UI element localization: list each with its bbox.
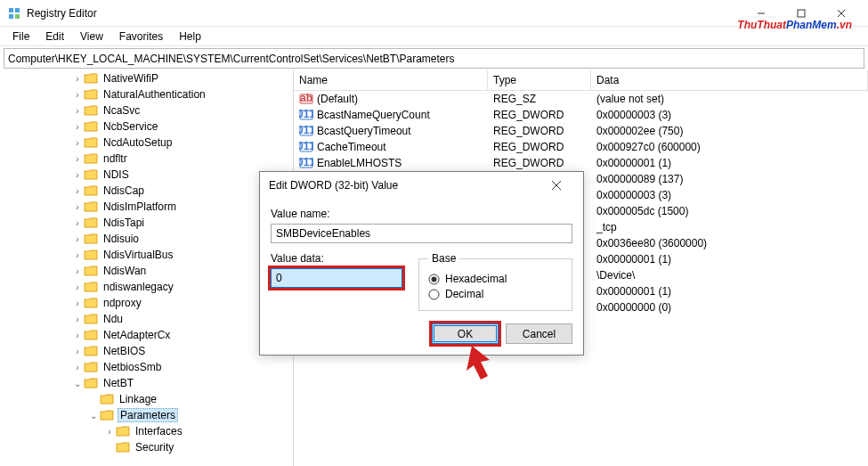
expand-icon[interactable]: › bbox=[71, 106, 84, 116]
folder-icon bbox=[84, 184, 98, 197]
expand-icon[interactable]: › bbox=[71, 282, 84, 292]
tree-item[interactable]: Linkage bbox=[0, 391, 293, 407]
tree-item[interactable]: ›ndfltr bbox=[0, 151, 293, 167]
folder-icon bbox=[84, 152, 98, 165]
tree-item[interactable]: ›NdisImPlatform bbox=[0, 199, 293, 215]
expand-icon[interactable]: › bbox=[103, 427, 116, 437]
tree-item[interactable]: ›NetBIOS bbox=[0, 343, 293, 359]
expand-icon[interactable]: › bbox=[71, 74, 84, 84]
folder-icon bbox=[84, 136, 98, 149]
folder-icon bbox=[100, 393, 114, 405]
cancel-button[interactable]: Cancel bbox=[506, 323, 572, 344]
expand-icon[interactable]: › bbox=[71, 218, 84, 228]
expand-icon[interactable]: › bbox=[71, 331, 84, 340]
expand-icon[interactable]: › bbox=[71, 170, 84, 180]
tree-item[interactable]: ›NcbService bbox=[0, 119, 293, 135]
cell-data: 0x00000003 (3) bbox=[591, 189, 868, 201]
tree-item-label: NcbService bbox=[101, 120, 159, 133]
radio-hexadecimal[interactable]: Hexadecimal bbox=[428, 273, 563, 285]
list-row[interactable]: 011EnableLMHOSTSREG_DWORD0x00000001 (1) bbox=[294, 155, 868, 171]
svg-point-22 bbox=[429, 290, 439, 299]
cell-data: 0x00000001 (1) bbox=[591, 253, 868, 266]
cell-data: 0x000927c0 (600000) bbox=[591, 141, 868, 153]
dialog-close-button[interactable] bbox=[539, 173, 574, 198]
address-bar[interactable]: Computer\HKEY_LOCAL_MACHINE\SYSTEM\Curre… bbox=[4, 48, 864, 69]
tree-item[interactable]: ›ndproxy bbox=[0, 295, 293, 311]
expand-icon[interactable]: ⌄ bbox=[71, 379, 84, 388]
expand-icon[interactable]: › bbox=[71, 298, 84, 308]
expand-icon[interactable]: › bbox=[71, 90, 84, 100]
folder-icon bbox=[84, 249, 98, 261]
folder-icon bbox=[116, 425, 130, 437]
cell-data: 0x00000001 (1) bbox=[591, 157, 868, 169]
col-header-name[interactable]: Name bbox=[294, 70, 488, 90]
tree-item-label: NativeWifiP bbox=[101, 72, 160, 85]
tree-item[interactable]: ›NDIS bbox=[0, 167, 293, 183]
tree-item[interactable]: ›NetbiosSmb bbox=[0, 359, 293, 375]
expand-icon[interactable]: ⌄ bbox=[87, 411, 100, 421]
cell-name: 011BcastQueryTimeout bbox=[294, 125, 488, 137]
tree-item-label: ndiswanlegacy bbox=[101, 281, 175, 293]
col-header-data[interactable]: Data bbox=[591, 70, 868, 90]
tree-item[interactable]: ›NcdAutoSetup bbox=[0, 135, 293, 151]
list-row[interactable]: 011CacheTimeoutREG_DWORD0x000927c0 (6000… bbox=[294, 139, 868, 155]
value-name-label: Value name: bbox=[271, 208, 572, 220]
tree-item[interactable]: ›NdisWan bbox=[0, 263, 293, 279]
tree-item[interactable]: ›Ndu bbox=[0, 311, 293, 327]
ok-button[interactable]: OK bbox=[432, 323, 499, 344]
menu-help[interactable]: Help bbox=[172, 29, 208, 45]
svg-rect-3 bbox=[15, 14, 20, 19]
cell-data: 0x00000001 (1) bbox=[591, 285, 868, 298]
svg-rect-0 bbox=[9, 8, 13, 12]
tree-item[interactable]: ›NativeWifiP bbox=[0, 70, 293, 86]
list-row[interactable]: 011BcastQueryTimeoutREG_DWORD0x000002ee … bbox=[294, 123, 868, 139]
tree-item-label: NaturalAuthentication bbox=[101, 88, 207, 101]
tree-item[interactable]: ⌄Parameters bbox=[0, 407, 293, 423]
expand-icon[interactable]: › bbox=[71, 186, 84, 196]
expand-icon[interactable]: › bbox=[71, 154, 84, 164]
value-name-input[interactable] bbox=[271, 224, 572, 243]
expand-icon[interactable]: › bbox=[71, 138, 84, 148]
tree-item-label: Parameters bbox=[118, 408, 178, 422]
cell-name: 011CacheTimeout bbox=[294, 141, 488, 153]
tree-item-label: NetBT bbox=[101, 377, 135, 389]
expand-icon[interactable]: › bbox=[71, 122, 84, 132]
folder-icon bbox=[100, 409, 114, 421]
expand-icon[interactable]: › bbox=[71, 363, 84, 372]
tree-item[interactable]: ›NetAdapterCx bbox=[0, 327, 293, 343]
expand-icon[interactable]: › bbox=[71, 202, 84, 212]
tree-item[interactable]: ›NcaSvc bbox=[0, 102, 293, 119]
menu-favorites[interactable]: Favorites bbox=[112, 29, 170, 45]
menu-edit[interactable]: Edit bbox=[38, 29, 71, 45]
col-header-type[interactable]: Type bbox=[488, 70, 591, 90]
tree-item[interactable]: ›Ndisuio bbox=[0, 231, 293, 247]
expand-icon[interactable]: › bbox=[71, 250, 84, 260]
list-header: Name Type Data bbox=[294, 70, 868, 91]
tree-item[interactable]: ›Interfaces bbox=[0, 423, 293, 439]
folder-icon bbox=[84, 200, 98, 213]
menu-file[interactable]: File bbox=[5, 29, 37, 45]
list-row[interactable]: 011BcastNameQueryCountREG_DWORD0x0000000… bbox=[294, 107, 868, 123]
tree-item-label: Interfaces bbox=[134, 425, 184, 437]
tree-item-label: NcaSvc bbox=[101, 104, 142, 117]
expand-icon[interactable]: › bbox=[71, 234, 84, 244]
expand-icon[interactable]: › bbox=[71, 315, 84, 324]
base-legend: Base bbox=[428, 252, 459, 265]
tree-panel[interactable]: ›NativeWifiP›NaturalAuthentication›NcaSv… bbox=[0, 70, 294, 466]
tree-item[interactable]: ›NdisVirtualBus bbox=[0, 247, 293, 263]
menu-view[interactable]: View bbox=[73, 29, 110, 45]
svg-text:ab: ab bbox=[300, 93, 312, 104]
tree-item[interactable]: ›NaturalAuthentication bbox=[0, 86, 293, 102]
expand-icon[interactable]: › bbox=[71, 266, 84, 276]
folder-icon bbox=[84, 297, 98, 309]
tree-item[interactable]: Security bbox=[0, 439, 293, 455]
tree-item[interactable]: ⌄NetBT bbox=[0, 375, 293, 391]
tree-item[interactable]: ›NdisTapi bbox=[0, 215, 293, 231]
expand-icon[interactable]: › bbox=[71, 347, 84, 356]
tree-item[interactable]: ›ndiswanlegacy bbox=[0, 279, 293, 295]
radio-decimal[interactable]: Decimal bbox=[428, 288, 563, 300]
cell-data: _tcp bbox=[591, 221, 868, 233]
list-row[interactable]: ab(Default)REG_SZ(value not set) bbox=[294, 91, 868, 107]
value-data-input[interactable] bbox=[271, 268, 402, 288]
tree-item[interactable]: ›NdisCap bbox=[0, 183, 293, 199]
